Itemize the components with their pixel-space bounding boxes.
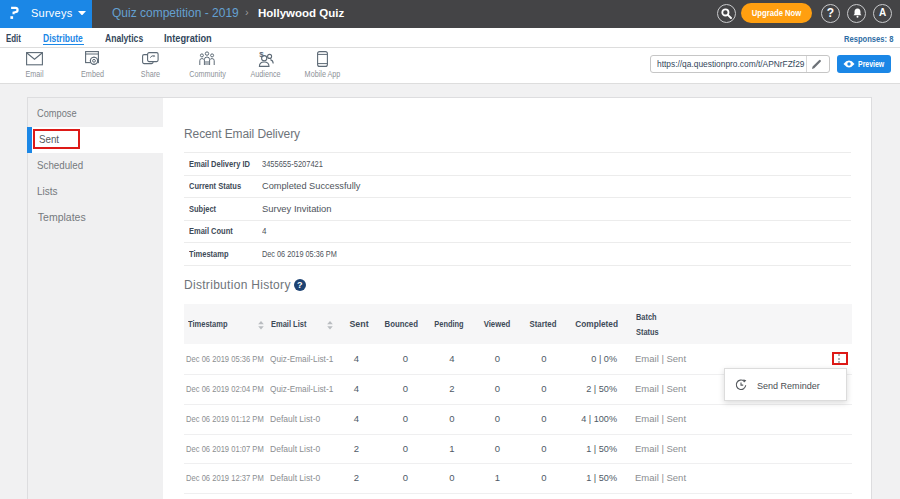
svg-text:$: $ — [259, 51, 264, 59]
